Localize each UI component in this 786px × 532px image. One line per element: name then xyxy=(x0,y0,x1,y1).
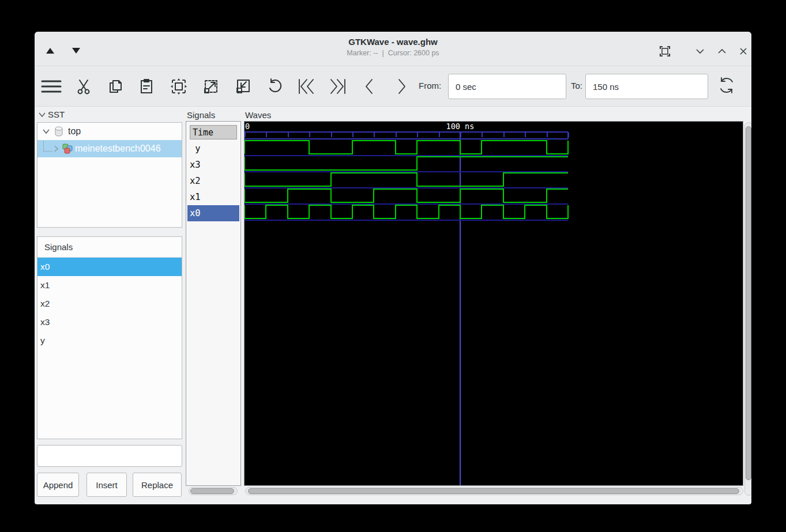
scrollbar-thumb[interactable] xyxy=(190,488,234,494)
signal-row[interactable]: x2 xyxy=(187,173,239,189)
pan-down-button[interactable] xyxy=(66,43,86,58)
append-button[interactable]: Append xyxy=(37,473,79,497)
cut-button[interactable] xyxy=(72,75,95,98)
menu-button[interactable] xyxy=(40,75,63,98)
double-chevron-left-bar-icon xyxy=(297,77,315,96)
undo-arrow-icon xyxy=(266,78,284,95)
undo-button[interactable] xyxy=(264,75,287,98)
waves-hscrollbar[interactable] xyxy=(245,487,743,495)
wave-canvas[interactable]: 0100 ns xyxy=(244,121,743,486)
reload-icon xyxy=(717,76,736,95)
waveform-plot: 0100 ns xyxy=(245,122,743,485)
search-input[interactable] xyxy=(37,445,182,467)
chevron-left-icon xyxy=(361,77,378,96)
fast-left-button[interactable] xyxy=(295,75,318,98)
signals-frame-label: Signals xyxy=(187,110,215,120)
signals-name-column: Time y x3 x2 x1 x0 xyxy=(186,121,241,486)
keep-above-button[interactable] xyxy=(656,42,674,61)
tree-connector xyxy=(43,141,52,152)
shift-left-button[interactable] xyxy=(358,75,381,98)
zoom-out-icon xyxy=(234,78,251,95)
insert-button[interactable]: Insert xyxy=(87,473,127,497)
triangle-up-icon xyxy=(46,48,54,54)
sst-node-label: top xyxy=(68,126,81,137)
copy-button[interactable] xyxy=(104,75,127,98)
chevron-up-icon xyxy=(716,46,728,57)
gtkwave-window: GTKWave - wave.ghw Marker: -- | Cursor: … xyxy=(35,32,751,504)
scissors-icon xyxy=(75,78,92,95)
to-label: To: xyxy=(571,81,582,90)
copy-icon xyxy=(107,78,124,95)
marker-status: Marker: -- xyxy=(347,49,378,57)
to-input[interactable] xyxy=(585,74,708,99)
collapse-chevron-icon[interactable] xyxy=(38,111,46,119)
reload-button[interactable] xyxy=(715,74,738,97)
toolbar: From: To: xyxy=(35,67,751,107)
waves-frame-label: Waves xyxy=(245,110,271,120)
titlebar: GTKWave - wave.ghw Marker: -- | Cursor: … xyxy=(35,32,751,66)
pan-up-button[interactable] xyxy=(40,43,60,58)
paste-button[interactable] xyxy=(135,75,158,98)
zoom-fit-icon xyxy=(170,77,188,96)
maximize-button[interactable] xyxy=(713,42,731,61)
replace-button[interactable]: Replace xyxy=(133,473,182,497)
list-item[interactable]: x2 xyxy=(37,295,182,313)
chevron-right-icon xyxy=(393,77,410,96)
zoom-out-button[interactable] xyxy=(231,75,254,98)
list-item[interactable]: x3 xyxy=(37,313,182,331)
fit-window-icon xyxy=(659,46,671,57)
scrollbar-thumb[interactable] xyxy=(746,126,751,480)
zoom-fit-button[interactable] xyxy=(167,75,190,98)
window-title: GTKWave - wave.ghw xyxy=(35,37,751,47)
list-item[interactable]: y xyxy=(37,331,182,350)
hamburger-menu-icon xyxy=(40,77,62,96)
from-input[interactable] xyxy=(448,74,566,99)
signal-row[interactable]: y xyxy=(187,141,239,157)
waves-vscrollbar[interactable] xyxy=(744,122,751,496)
shift-right-button[interactable] xyxy=(390,75,413,98)
signal-search-list: Signals x0 x1 x2 x3 y xyxy=(37,236,182,439)
zoom-in-button[interactable] xyxy=(200,75,223,98)
chevron-down-icon xyxy=(694,46,706,57)
minimize-button[interactable] xyxy=(691,42,709,61)
signals-hscrollbar[interactable] xyxy=(189,487,238,495)
subtitle-separator: | xyxy=(382,49,383,57)
sst-frame-label: SST xyxy=(38,110,65,119)
module-cubes-icon xyxy=(62,143,73,154)
sst-node-label: meinetestbench0046 xyxy=(75,144,161,154)
expander-closed-icon[interactable] xyxy=(52,145,60,153)
zoom-in-icon xyxy=(202,78,220,95)
list-item[interactable]: x0 xyxy=(37,258,182,276)
search-list-header[interactable]: Signals xyxy=(37,237,182,258)
svg-text:100 ns: 100 ns xyxy=(446,122,475,131)
from-label: From: xyxy=(419,81,441,90)
double-chevron-right-bar-icon xyxy=(329,77,347,96)
signal-row[interactable]: x3 xyxy=(187,157,239,173)
svg-text:0: 0 xyxy=(245,122,250,131)
close-icon xyxy=(738,46,749,57)
cursor-status: Cursor: 2600 ps xyxy=(388,49,439,57)
list-item[interactable]: x1 xyxy=(37,276,182,295)
scrollbar-thumb[interactable] xyxy=(248,488,739,494)
sst-tree: top meinetestbench0046 xyxy=(37,122,182,228)
fast-right-button[interactable] xyxy=(326,75,349,98)
sst-node-top[interactable]: top xyxy=(37,123,182,140)
sst-node-testbench[interactable]: meinetestbench0046 xyxy=(37,140,182,157)
time-column-header[interactable]: Time xyxy=(190,125,237,139)
expander-open-icon[interactable] xyxy=(42,127,50,135)
clipboard-icon xyxy=(138,78,155,95)
window-subtitle: Marker: -- | Cursor: 2600 ps xyxy=(35,49,751,57)
triangle-down-icon xyxy=(72,48,80,54)
close-button[interactable] xyxy=(734,42,751,61)
signal-row-selected[interactable]: x0 xyxy=(187,205,239,221)
scope-cylinder-icon xyxy=(53,126,65,137)
signal-row[interactable]: x1 xyxy=(187,189,239,205)
